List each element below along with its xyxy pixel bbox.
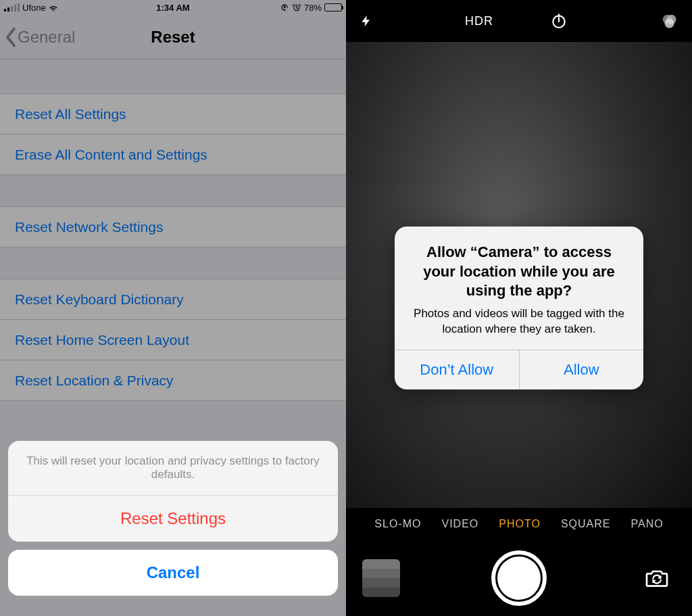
status-bar: Ufone 1:34 AM 78%: [0, 0, 346, 15]
camera-screen: HDR SLO-MO VIDEO PHOTO SQUARE PANO Allow: [346, 0, 692, 616]
back-label: General: [18, 28, 75, 47]
cancel-button[interactable]: Cancel: [8, 550, 338, 596]
settings-list: Reset All Settings Erase All Content and…: [0, 60, 346, 401]
alert-title: Allow “Camera” to access your location w…: [410, 243, 628, 301]
orientation-lock-icon: [280, 3, 289, 12]
row-reset-home-screen-layout[interactable]: Reset Home Screen Layout: [0, 320, 346, 360]
alert-backdrop: Allow “Camera” to access your location w…: [346, 0, 692, 616]
carrier-label: Ufone: [22, 3, 46, 13]
alarm-icon: [292, 3, 301, 12]
row-erase-all-content[interactable]: Erase All Content and Settings: [0, 135, 346, 175]
row-reset-keyboard-dictionary[interactable]: Reset Keyboard Dictionary: [0, 279, 346, 320]
status-time: 1:34 AM: [117, 3, 230, 13]
nav-bar: General Reset: [0, 15, 346, 60]
action-sheet-message: This will reset your location and privac…: [8, 441, 338, 496]
row-reset-network-settings[interactable]: Reset Network Settings: [0, 207, 346, 247]
alert-message: Photos and videos will be tagged with th…: [410, 306, 628, 337]
wifi-icon: [49, 3, 58, 12]
location-permission-alert: Allow “Camera” to access your location w…: [395, 227, 643, 389]
allow-button[interactable]: Allow: [519, 350, 644, 389]
action-sheet: This will reset your location and privac…: [8, 441, 338, 604]
battery-icon: [324, 3, 342, 11]
reset-settings-button[interactable]: Reset Settings: [8, 496, 338, 542]
battery-pct: 78%: [304, 3, 322, 13]
signal-icon: [4, 3, 20, 11]
row-reset-all-settings[interactable]: Reset All Settings: [0, 94, 346, 135]
settings-screen: Ufone 1:34 AM 78% General Reset Reset Al…: [0, 0, 346, 616]
dont-allow-button[interactable]: Don’t Allow: [395, 350, 519, 389]
row-reset-location-privacy[interactable]: Reset Location & Privacy: [0, 360, 346, 401]
back-button[interactable]: General: [5, 27, 75, 47]
